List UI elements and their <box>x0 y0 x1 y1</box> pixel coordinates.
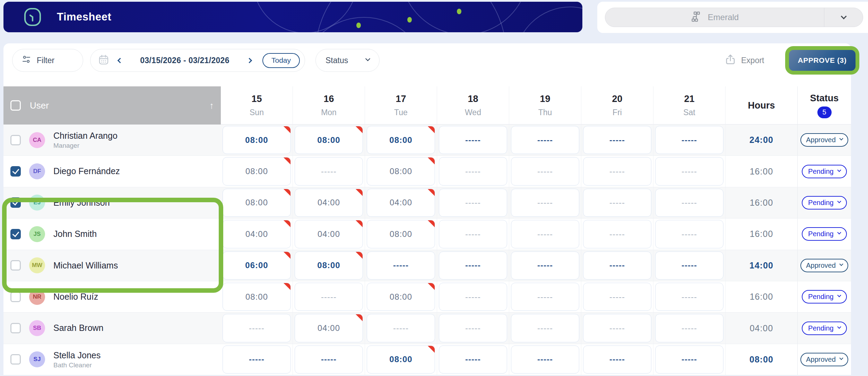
row-checkbox[interactable] <box>10 135 21 145</box>
timesheet-entry[interactable]: ----- <box>439 345 507 374</box>
timesheet-entry[interactable]: 04:00 <box>367 189 435 217</box>
workspace-selected[interactable]: Emerald <box>605 8 824 27</box>
timesheet-entry[interactable]: 08:00 <box>367 283 435 311</box>
timesheet-entry[interactable]: 08:00 <box>223 283 291 311</box>
timesheet-table: User↑15Sun16Mon17Tue18Wed19Thu20Fri21Sat… <box>3 86 851 375</box>
timesheet-entry[interactable]: 04:00 <box>223 220 291 248</box>
timesheet-entry[interactable]: ----- <box>583 220 651 248</box>
timesheet-entry[interactable]: 08:00 <box>223 189 291 217</box>
user-cell[interactable]: EJEmily Johnson <box>3 187 221 218</box>
filter-button[interactable]: Filter <box>12 49 83 72</box>
timesheet-entry[interactable]: 08:00 <box>367 157 435 185</box>
user-cell[interactable]: CAChristian ArangoManager <box>3 125 221 155</box>
export-button[interactable]: Export <box>724 52 764 69</box>
table-row: NRNoelio Ruíz08:00-----08:00------------… <box>3 281 851 313</box>
timesheet-entry[interactable]: ----- <box>655 283 723 311</box>
user-cell[interactable]: NRNoelio Ruíz <box>3 281 221 312</box>
row-checkbox[interactable] <box>10 197 21 208</box>
timesheet-entry[interactable]: 06:00 <box>223 251 291 280</box>
prev-week-button[interactable] <box>114 54 126 66</box>
timesheet-entry[interactable]: ----- <box>295 345 363 374</box>
timesheet-entry[interactable]: ----- <box>439 220 507 248</box>
user-cell[interactable]: MWMichael Williams <box>3 250 221 281</box>
select-all-checkbox[interactable] <box>10 100 21 111</box>
timesheet-entry[interactable]: 04:00 <box>295 189 363 217</box>
timesheet-entry[interactable]: ----- <box>583 283 651 311</box>
timesheet-entry[interactable]: ----- <box>439 314 507 342</box>
row-checkbox[interactable] <box>10 323 21 333</box>
row-checkbox[interactable] <box>10 260 21 271</box>
timesheet-entry[interactable]: ----- <box>511 314 579 342</box>
timesheet-entry[interactable]: ----- <box>439 189 507 217</box>
sort-ascending-icon[interactable]: ↑ <box>209 100 214 111</box>
timesheet-entry[interactable]: 04:00 <box>295 220 363 248</box>
timesheet-entry[interactable]: ----- <box>223 345 291 374</box>
timesheet-entry[interactable]: ----- <box>583 126 651 154</box>
timesheet-entry[interactable]: ----- <box>367 314 435 342</box>
status-dropdown[interactable]: Pending <box>802 322 847 335</box>
timesheet-entry[interactable]: ----- <box>295 157 363 185</box>
timesheet-entry[interactable]: ----- <box>511 251 579 280</box>
timesheet-entry[interactable]: ----- <box>655 126 723 154</box>
timesheet-entry[interactable]: ----- <box>655 189 723 217</box>
timesheet-entry[interactable]: ----- <box>583 345 651 374</box>
timesheet-entry[interactable]: 04:00 <box>295 314 363 342</box>
row-checkbox[interactable] <box>10 292 21 302</box>
user-cell[interactable]: JSJohn Smith <box>3 219 221 249</box>
timesheet-entry[interactable]: 08:00 <box>295 126 363 154</box>
status-dropdown[interactable]: Pending <box>802 196 847 210</box>
timesheet-entry[interactable]: 08:00 <box>223 157 291 185</box>
day-cell: ----- <box>581 313 653 343</box>
timesheet-entry[interactable]: ----- <box>583 314 651 342</box>
timesheet-entry[interactable]: ----- <box>511 283 579 311</box>
timesheet-entry[interactable]: ----- <box>655 314 723 342</box>
status-filter-dropdown[interactable]: Status <box>315 49 380 72</box>
workspace-dropdown-toggle[interactable] <box>824 8 863 27</box>
status-dropdown[interactable]: Pending <box>802 290 847 304</box>
timesheet-entry[interactable]: ----- <box>511 126 579 154</box>
workspace-selector[interactable]: Emerald <box>605 8 863 27</box>
timesheet-entry[interactable]: ----- <box>583 251 651 280</box>
status-dropdown[interactable]: Approved <box>800 353 848 366</box>
entry-value: 08:00 <box>389 354 412 364</box>
user-cell[interactable]: SJStella JonesBath Cleaner <box>3 344 221 375</box>
user-cell[interactable]: SBSarah Brown <box>3 313 221 343</box>
timesheet-entry[interactable]: ----- <box>367 251 435 280</box>
timesheet-entry[interactable]: 08:00 <box>295 251 363 280</box>
day-name: Mon <box>321 108 337 117</box>
timesheet-entry[interactable]: ----- <box>655 251 723 280</box>
next-week-button[interactable] <box>244 54 255 66</box>
status-dropdown[interactable]: Approved <box>800 259 848 272</box>
timesheet-entry[interactable]: 08:00 <box>367 126 435 154</box>
timesheet-entry[interactable]: ----- <box>439 157 507 185</box>
row-checkbox[interactable] <box>10 354 21 365</box>
timesheet-entry[interactable]: ----- <box>655 157 723 185</box>
status-dropdown[interactable]: Pending <box>802 165 847 178</box>
timesheet-entry[interactable]: ----- <box>511 220 579 248</box>
timesheet-entry[interactable]: 08:00 <box>367 345 435 374</box>
timesheet-entry[interactable]: 08:00 <box>223 126 291 154</box>
timesheet-entry[interactable]: ----- <box>583 189 651 217</box>
timesheet-entry[interactable]: ----- <box>511 157 579 185</box>
status-dropdown[interactable]: Pending <box>802 227 847 241</box>
timesheet-entry[interactable]: ----- <box>439 126 507 154</box>
timesheet-entry[interactable]: ----- <box>583 157 651 185</box>
timesheet-entry[interactable]: 08:00 <box>367 220 435 248</box>
timesheet-entry[interactable]: ----- <box>655 220 723 248</box>
row-checkbox[interactable] <box>10 166 21 177</box>
timesheet-entry[interactable]: ----- <box>511 345 579 374</box>
row-checkbox[interactable] <box>10 229 21 239</box>
timesheet-entry[interactable]: ----- <box>655 345 723 374</box>
today-button[interactable]: Today <box>262 53 300 68</box>
status-dropdown[interactable]: Approved <box>800 133 848 147</box>
timesheet-entry[interactable]: ----- <box>439 283 507 311</box>
timesheet-entry[interactable]: ----- <box>439 251 507 280</box>
timesheet-entry[interactable]: ----- <box>295 283 363 311</box>
user-cell[interactable]: DFDiego Fernández <box>3 156 221 187</box>
day-cell: ----- <box>581 187 653 218</box>
approve-button[interactable]: APPROVE (3) <box>789 50 856 71</box>
timesheet-entry[interactable]: ----- <box>511 189 579 217</box>
flag-marker-icon <box>428 346 435 353</box>
status-value: Pending <box>808 199 833 207</box>
timesheet-entry[interactable]: ----- <box>223 314 291 342</box>
